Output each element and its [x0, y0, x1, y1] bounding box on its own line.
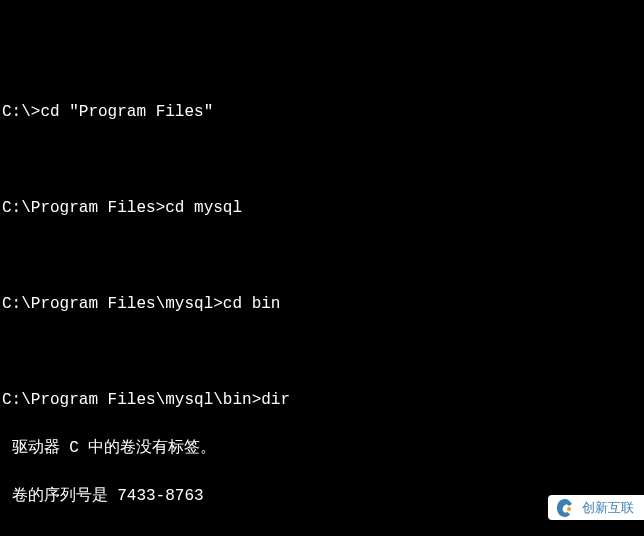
cmd-input: cd mysql	[165, 199, 242, 217]
blank-line	[2, 148, 642, 172]
cmd-input: cd bin	[223, 295, 281, 313]
cmd-line-4: C:\Program Files\mysql\bin>dir	[2, 388, 642, 412]
cmd-line-1: C:\>cd "Program Files"	[2, 100, 642, 124]
cmd-line-3: C:\Program Files\mysql>cd bin	[2, 292, 642, 316]
volume-line-2: 卷的序列号是 7433-8763	[2, 484, 642, 508]
svg-point-0	[567, 507, 571, 511]
prompt: C:\>	[2, 103, 40, 121]
prompt: C:\Program Files\mysql>	[2, 295, 223, 313]
watermark-text: 创新互联	[582, 501, 634, 514]
prompt: C:\Program Files>	[2, 199, 165, 217]
blank-line	[2, 532, 642, 536]
cmd-input: dir	[261, 391, 290, 409]
cmd-line-2: C:\Program Files>cd mysql	[2, 196, 642, 220]
prompt: C:\Program Files\mysql\bin>	[2, 391, 261, 409]
blank-line	[2, 244, 642, 268]
watermark-badge: 创新互联	[548, 495, 644, 520]
volume-line-1: 驱动器 C 中的卷没有标签。	[2, 436, 642, 460]
cmd-input: cd "Program Files"	[40, 103, 213, 121]
blank-line	[2, 340, 642, 364]
logo-icon	[554, 497, 576, 519]
